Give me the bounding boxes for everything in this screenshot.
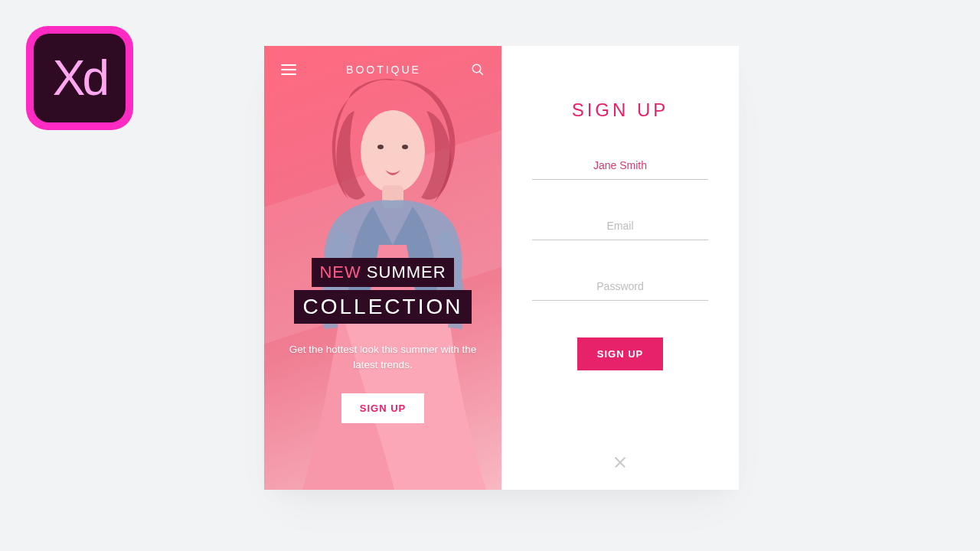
svg-point-4 (472, 64, 481, 73)
svg-point-0 (361, 110, 425, 193)
svg-point-1 (377, 145, 384, 149)
form-title: SIGN UP (532, 99, 708, 121)
svg-point-2 (402, 145, 408, 149)
hero-signup-button[interactable]: SIGN UP (341, 393, 424, 423)
menu-icon[interactable] (281, 61, 296, 78)
hero-panel: BOOTIQUE NEW SUMMER COLLECTION Get the h… (264, 46, 501, 490)
search-icon[interactable] (471, 63, 485, 77)
signup-form-panel: SIGN UP SIGN UP (501, 46, 739, 490)
password-field[interactable] (532, 272, 708, 301)
name-field[interactable] (532, 152, 708, 180)
headline-new: NEW (319, 262, 361, 282)
submit-signup-button[interactable]: SIGN UP (577, 337, 663, 370)
headline-collection: COLLECTION (294, 290, 472, 324)
brand-name: BOOTIQUE (346, 64, 421, 76)
email-field[interactable] (532, 212, 708, 240)
adobe-xd-label: Xd (34, 34, 126, 122)
close-icon[interactable] (612, 455, 628, 470)
adobe-xd-icon: Xd (26, 26, 133, 130)
headline-line1: NEW SUMMER (312, 258, 453, 287)
headline-summer: SUMMER (367, 262, 446, 282)
hero-tagline: Get the hottest look this summer with th… (287, 342, 479, 373)
signup-card: BOOTIQUE NEW SUMMER COLLECTION Get the h… (264, 46, 739, 490)
svg-rect-3 (382, 185, 403, 208)
svg-line-5 (479, 71, 483, 75)
